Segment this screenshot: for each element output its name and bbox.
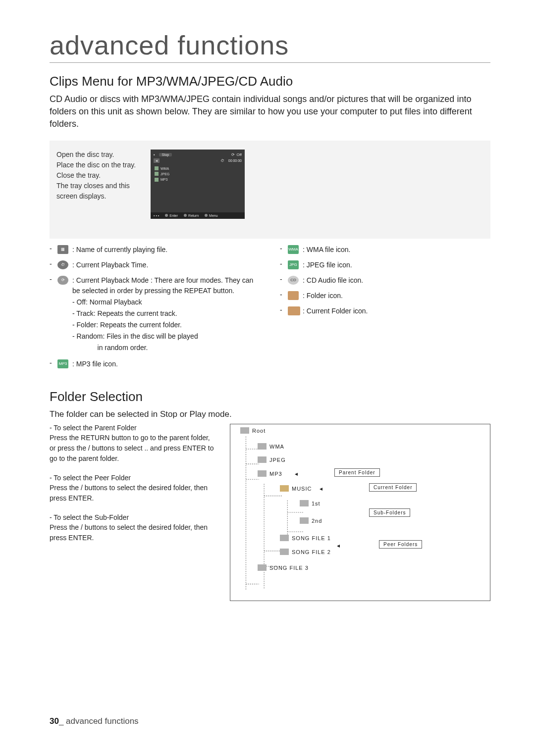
repeat-icon: ⟳ xyxy=(57,276,68,285)
page: advanced functions Clips Menu for MP3/WM… xyxy=(0,0,535,621)
dpad-icon: ▪ ▪ ▪ xyxy=(154,214,159,217)
off-label: Off xyxy=(236,152,242,157)
mode-random-cont: in random order. xyxy=(72,343,260,353)
peer-folder-head: - To select the Peer Folder xyxy=(50,474,218,482)
menu-label: Menu xyxy=(209,214,218,217)
panel-steps: Open the disc tray. Place the disc on th… xyxy=(56,150,151,219)
section-heading-clips: Clips Menu for MP3/WMA/JPEG/CD Audio xyxy=(50,74,490,89)
legend-wma: : WMA file icon. xyxy=(303,245,490,255)
peer-folder-body: Press the / buttons to select the desire… xyxy=(50,483,218,504)
tree-song2: SONG FILE 2 xyxy=(292,549,331,555)
legend-mode-sublist: - Off: Normal Playback - Track: Repeats … xyxy=(72,297,260,353)
tree-1st: 1st xyxy=(312,501,321,506)
folder-icon xyxy=(280,535,289,541)
folder-instructions: - To select the Parent Folder Press the … xyxy=(50,424,218,601)
tree-root: Root xyxy=(252,428,266,434)
time-label: 00:00:00 xyxy=(228,159,242,162)
folder-icon xyxy=(258,564,267,571)
return-icon xyxy=(184,214,187,217)
jpeg-icon: JPG xyxy=(288,260,299,269)
tree-music: MUSIC xyxy=(292,486,312,492)
sub-folder-head: - To select the Sub-Folder xyxy=(50,513,218,521)
tree-song3: SONG FILE 3 xyxy=(269,565,309,571)
page-title: advanced functions xyxy=(50,30,490,63)
file-list: WMA JPEG MP3 xyxy=(154,166,197,183)
legend-playback-time: : Current Playback Time. xyxy=(72,260,260,270)
legend-mode-text: : Current Playback Mode : There are four… xyxy=(72,276,253,295)
arrow-icon: ◂ xyxy=(337,542,340,549)
parent-folder-body: Press the RETURN button to go to the par… xyxy=(50,433,218,464)
cd-icon: CD xyxy=(288,276,299,285)
folder-icon xyxy=(258,443,267,450)
folder-intro: The folder can be selected in Stop or Pl… xyxy=(50,408,490,420)
section-heading-folder: Folder Selection xyxy=(50,389,490,404)
legend-col-left: - ▦ : Name of currently playing file. - … xyxy=(50,245,260,374)
enter-label: Enter xyxy=(169,214,178,217)
folder-icon xyxy=(280,549,289,555)
legend-jpeg: : JPEG file icon. xyxy=(303,260,490,270)
footer-label: _ advanced functions xyxy=(59,716,139,726)
arrow-icon: ◂ xyxy=(295,470,298,477)
example-panel: Open the disc tray. Place the disc on th… xyxy=(50,141,490,239)
folder-icon xyxy=(300,500,309,506)
folder-section: - To select the Parent Folder Press the … xyxy=(50,424,490,601)
clock-icon: ⏱ xyxy=(57,260,68,269)
page-number: 30 xyxy=(50,716,59,726)
folder-icon xyxy=(240,427,249,434)
file-jpeg: JPEG xyxy=(160,171,169,177)
tree-song1: SONG FILE 1 xyxy=(292,535,331,541)
legend-playing-file: : Name of currently playing file. xyxy=(72,245,260,255)
legend-section: - ▦ : Name of currently playing file. - … xyxy=(50,245,490,374)
legend-playback-mode: : Current Playback Mode : There are four… xyxy=(72,275,260,354)
tree-jpeg: JPEG xyxy=(269,457,286,463)
legend-col-right: - WMA : WMA file icon. - JPG : JPEG file… xyxy=(280,245,490,374)
sub-folder-body: Press the / buttons to select the desire… xyxy=(50,522,218,543)
current-folder-icon xyxy=(280,485,289,492)
tree-2nd: 2nd xyxy=(312,518,322,524)
arrow-icon: ◂ xyxy=(320,485,323,492)
mode-track: - Track: Repeats the current track. xyxy=(72,308,260,319)
file-mp3: MP3 xyxy=(160,177,167,182)
wma-icon: WMA xyxy=(288,245,299,254)
mode-random: - Random: Files in the disc will be play… xyxy=(72,331,260,342)
doc-icon: ▦ xyxy=(57,245,68,254)
device-screen-mock: ▪ Stop ⟳Off ◂ ⏱ 00:00:00 WMA JPEG MP3 xyxy=(151,150,245,219)
parent-folder-head: - To select the Parent Folder xyxy=(50,424,218,432)
section-intro-clips: CD Audio or discs with MP3/WMA/JPEG cont… xyxy=(50,93,490,131)
file-type-icon xyxy=(155,166,159,170)
tree-wma: WMA xyxy=(269,444,284,450)
device-bottom-bar: ▪ ▪ ▪ Enter Return Menu xyxy=(151,212,245,219)
tree-mp3: MP3 xyxy=(269,471,282,477)
legend-folder: : Folder icon. xyxy=(303,291,490,301)
label-parent-folder: Parent Folder xyxy=(334,468,380,477)
legend-current-folder: : Current Folder icon. xyxy=(303,306,490,316)
current-folder-icon xyxy=(288,306,299,315)
stop-icon: ▪ xyxy=(154,152,155,157)
track-icon: ◂ xyxy=(154,158,160,163)
folder-icon xyxy=(258,470,267,477)
mode-off: - Off: Normal Playback xyxy=(72,297,260,307)
page-footer: 30_ advanced functions xyxy=(50,716,139,726)
file-type-icon xyxy=(155,172,159,176)
repeat-icon: ⟳ xyxy=(231,152,235,157)
legend-cd: : CD Audio file icon. xyxy=(303,275,490,286)
file-wma: WMA xyxy=(160,166,169,171)
label-current-folder: Current Folder xyxy=(369,483,417,492)
folder-tree-diagram: Root WMA JPEG MP3 MUSIC 1st 2nd SONG FIL… xyxy=(230,424,490,601)
mp3-icon: MP3 xyxy=(57,359,68,368)
label-sub-folders: Sub-Folders xyxy=(369,508,410,517)
folder-icon xyxy=(300,517,309,524)
label-peer-folders: Peer Folders xyxy=(379,540,422,549)
enter-icon xyxy=(165,214,168,217)
legend-mp3: : MP3 file icon. xyxy=(72,359,260,369)
file-type-icon xyxy=(155,178,159,182)
menu-icon xyxy=(205,214,208,217)
return-label: Return xyxy=(188,214,199,217)
stop-label: Stop xyxy=(159,153,172,156)
mode-folder: - Folder: Repeats the current folder. xyxy=(72,320,260,330)
folder-icon xyxy=(258,456,267,463)
folder-icon xyxy=(288,291,299,300)
clock-icon: ⏱ xyxy=(220,158,224,163)
